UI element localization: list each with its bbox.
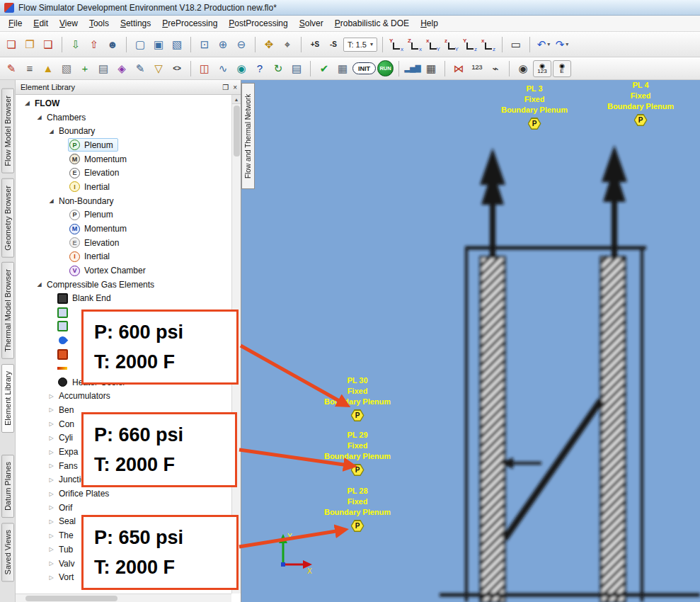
tree-item-boundary[interactable]: ◢Boundary [16,124,241,138]
plenum-marker-pl-28[interactable]: PL 28FixedBoundary PlenumP [324,486,391,532]
edit-table-icon[interactable]: ▦ [334,60,351,77]
select-volume-icon[interactable]: ▧ [168,36,185,53]
pan-icon[interactable]: ✥ [260,36,277,53]
view-xz-icon[interactable]: xz [480,36,497,53]
tree-item-blank-end[interactable]: Blank End [16,292,241,306]
chart-edit-icon[interactable]: ∿ [214,60,231,77]
float-panel-button[interactable]: ❐ [222,84,229,91]
side-tab-thermal-model-browser[interactable]: Thermal Model Browser [1,262,14,359]
tree-item-plenum[interactable]: PPlenum [16,138,241,152]
report-icon[interactable]: ▤ [288,60,305,77]
add-element-icon[interactable]: + [76,60,93,77]
hscroll-thumb[interactable] [25,596,117,601]
expander-closed-icon[interactable]: ▷ [47,491,56,497]
import-icon[interactable]: ⇩ [67,36,84,53]
chart-columns-icon[interactable]: ▂▅▇ [404,60,421,77]
close-panel-button[interactable]: × [233,84,237,91]
edit-pencil-icon[interactable]: ✎ [3,60,20,77]
save-model-icon[interactable]: ❑ [40,36,57,53]
tree-item-elevation[interactable]: EElevation [16,166,241,180]
tree-horizontal-scrollbar[interactable] [16,594,231,602]
connect-elements-icon[interactable]: ⋈ [450,60,467,77]
plenum-badge-icon[interactable]: P [528,118,541,130]
run-button[interactable]: RUN [377,60,394,76]
tree-item-compressible-gas-elements[interactable]: ◢Compressible Gas Elements [16,278,241,292]
menu-help[interactable]: Help [415,16,444,30]
expander-closed-icon[interactable]: ▷ [47,560,56,567]
export-icon[interactable]: ⇧ [86,36,103,53]
validate-icon[interactable]: ✔ [316,60,333,77]
quick-view-icon[interactable]: ◉ [233,60,250,77]
expander-closed-icon[interactable]: ▷ [47,518,56,525]
show-elements-e-icon[interactable]: ◉E [553,60,571,77]
expander-closed-icon[interactable]: ▷ [47,504,56,511]
expander-closed-icon[interactable]: ▷ [47,477,56,483]
view-yz-icon[interactable]: Yz [461,36,478,53]
sweep-icon[interactable]: ▽ [150,60,167,77]
expander-closed-icon[interactable]: ▷ [47,393,56,399]
tree-item-elevation[interactable]: EElevation [16,236,241,250]
scroll-up-icon[interactable]: ▲ [232,95,241,104]
menu-preprocessing[interactable]: PreProcessing [156,16,223,30]
network-diagram-icon[interactable]: ◫ [196,60,213,77]
menu-postprocessing[interactable]: PostProcessing [223,16,293,30]
renumber-icon[interactable]: ¹²³ [469,60,486,77]
plenum-marker-pl-4[interactable]: PL 4FixedBoundary PlenumP [607,80,674,126]
visibility-eye-icon[interactable]: ◉ [515,60,532,77]
view-xy-icon[interactable]: xY [425,36,442,53]
expander-open-icon[interactable]: ◢ [35,114,44,120]
select-region-icon[interactable]: ▢ [132,36,149,53]
tree-item-flow[interactable]: ◢FLOW [16,96,241,110]
tree-item-momentum[interactable]: MMomentum [16,152,241,166]
annotate-icon[interactable]: ✎ [132,60,149,77]
menu-edit[interactable]: Edit [28,16,54,30]
expander-open-icon[interactable]: ◢ [47,198,56,204]
expander-closed-icon[interactable]: ▷ [47,449,56,455]
expander-closed-icon[interactable]: ▷ [47,407,56,413]
plenum-marker-pl-29[interactable]: PL 29FixedBoundary PlenumP [324,430,391,476]
scroll-thumb[interactable] [234,106,240,157]
expander-closed-icon[interactable]: ▷ [47,421,56,427]
plenum-badge-icon[interactable]: P [351,520,365,532]
node-path-icon[interactable]: ⌁ [487,60,504,77]
open-model-icon[interactable]: ❐ [21,36,38,53]
view-yx-icon[interactable]: Yx [388,36,405,53]
tree-item-vortex-chamber[interactable]: VVortex Chamber [16,263,241,278]
side-tab-flow-model-browser[interactable]: Flow Model Browser [1,89,14,174]
zoom-in-icon[interactable]: ⊕ [214,36,231,53]
menu-tools[interactable]: Tools [84,16,115,30]
tree-item-non-boundary[interactable]: ◢Non-Boundary [16,194,241,208]
load-model-icon[interactable]: ❏ [3,36,20,53]
model-canvas[interactable]: Y X Flow and Thermal Network PL 3FixedBo… [241,80,700,602]
side-tab-element-library[interactable]: Element Library [1,364,14,433]
show-values-123-icon[interactable]: ◉123 [533,60,551,77]
view-zx-icon[interactable]: Zx [406,36,423,53]
data-table-icon[interactable]: ▦ [423,60,440,77]
init-button[interactable]: INIT [352,62,376,74]
expander-closed-icon[interactable]: ▷ [47,574,56,581]
tree-item-orif[interactable]: ▷Orif [16,501,241,515]
view-zy-icon[interactable]: zY [443,36,460,53]
side-tab-saved-views[interactable]: Saved Views [1,523,14,581]
tree-item-accumulators[interactable]: ▷Accumulators [16,389,241,403]
menu-settings[interactable]: Settings [115,16,156,30]
zoom-out-icon[interactable]: ⊖ [233,36,250,53]
tree-item-plenum[interactable]: PPlenum [16,208,241,222]
refresh-icon[interactable]: ↻ [270,60,287,77]
tree-item-inertial[interactable]: IInertial [16,180,241,194]
menu-view[interactable]: View [54,16,84,30]
increase-symbol-size-icon[interactable]: +S [306,36,323,53]
results-plot-icon[interactable]: ▲ [40,60,57,77]
display-settings-icon[interactable]: ▭ [507,36,524,53]
expander-closed-icon[interactable]: ▷ [47,462,56,469]
move-icon[interactable]: ⌖ [279,36,296,53]
expander-open-icon[interactable]: ◢ [47,128,56,135]
help-doc-icon[interactable]: ? [251,60,268,77]
plenum-marker-pl-3[interactable]: PL 3FixedBoundary PlenumP [501,84,568,130]
plenum-badge-icon[interactable]: P [351,464,365,476]
plenum-badge-icon[interactable]: P [351,409,365,421]
menu-probabilistic-doe[interactable]: Probabilistic & DOE [329,16,415,30]
expander-closed-icon[interactable]: ▷ [47,533,56,539]
tree-item-inertial[interactable]: IInertial [16,250,241,264]
expander-open-icon[interactable]: ◢ [23,100,32,106]
